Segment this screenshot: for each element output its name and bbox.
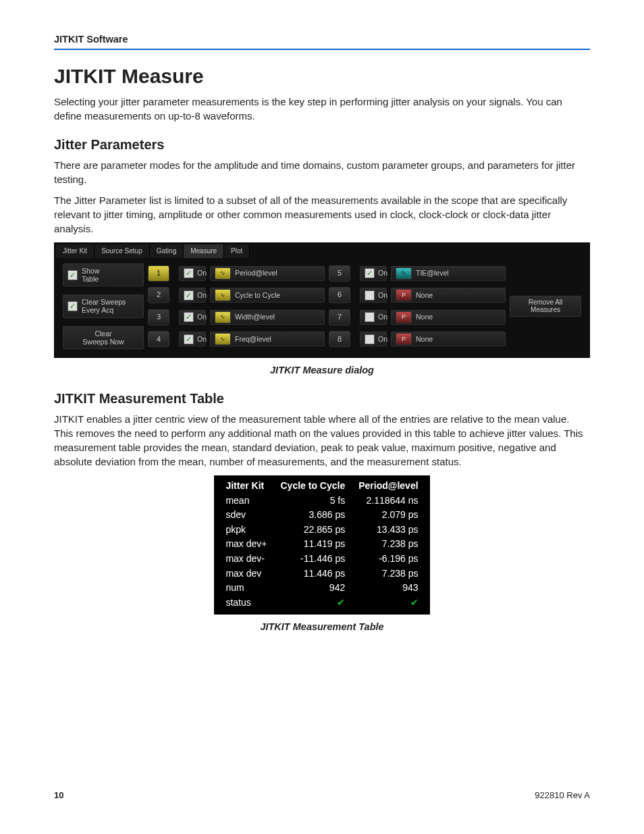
param-selector-2[interactable]: ∿Cycle to Cycle [210,288,325,303]
on-label: On [197,268,207,278]
section-jitter-parameters: Jitter Parameters [54,135,590,154]
param-slot-4[interactable]: 4 [148,331,169,347]
param-on-toggle-4[interactable]: ✓On [179,332,206,346]
param-on-toggle-7[interactable]: On [360,310,387,325]
remove-all-measures-button[interactable]: Remove All Measures [510,296,581,317]
table-cell: -6.196 ps [352,552,425,567]
checkmark-icon: ✓ [68,270,78,280]
checkmark-icon: ✓ [68,301,78,311]
param-on-toggle-2[interactable]: ✓On [179,288,206,303]
param-label: Cycle to Cycle [235,290,280,301]
table-header: Jitter Kit [219,479,273,494]
intro-paragraph: Selecting your jitter parameter measurem… [54,95,590,123]
param-selector-4[interactable]: ∿Freq@level [210,332,325,346]
document-id: 922810 Rev A [535,789,590,802]
tab-jitter-kit[interactable]: Jitter Kit [56,244,95,258]
table-cell: 11.446 ps [274,567,352,581]
on-label: On [378,290,387,301]
waveform-icon: P [396,311,412,323]
table-cell: 5 fs [274,494,352,509]
param-label: TIE@level [416,268,449,278]
param-on-toggle-1[interactable]: ✓On [179,266,206,281]
checkmark-icon: ✓ [184,268,194,278]
table-cell: 3.686 ps [274,508,352,523]
param-slot-2[interactable]: 2 [148,287,169,303]
table-cell: 942 [274,581,352,596]
row-label: sdev [219,508,273,523]
paragraph: The Jitter Parameter list is limited to … [54,193,590,236]
waveform-icon: ∿ [215,311,231,323]
table-cell: 7.238 ps [352,567,425,581]
tab-measure[interactable]: Measure [184,244,224,258]
param-slot-1[interactable]: 1 [148,265,169,282]
param-label: None [416,312,433,322]
clear-sweeps-every-acq-checkbox[interactable]: ✓ Clear Sweeps Every Acq [63,294,144,317]
param-on-toggle-3[interactable]: ✓On [179,310,206,325]
param-label: Width@level [235,312,275,322]
on-label: On [197,312,207,322]
table-cell: -11.446 ps [274,552,352,567]
waveform-icon: P [396,333,412,345]
checkmark-icon [365,334,375,344]
row-label: status [219,596,273,610]
checkmark-icon: ✓ [184,312,194,322]
checkmark-icon [365,312,375,322]
param-selector-8[interactable]: PNone [391,332,506,346]
jitkit-measure-dialog: Jitter KitSource SetupGatingMeasurePlot … [54,242,590,357]
table-cell: 2.118644 ns [352,494,425,509]
table-cell: 13.433 ps [352,523,425,538]
param-selector-7[interactable]: PNone [391,310,506,325]
waveform-icon: ∿ [215,289,231,301]
param-on-toggle-8[interactable]: On [360,332,387,346]
param-selector-1[interactable]: ∿Period@level [210,266,325,281]
row-label: max dev+ [219,537,273,552]
row-label: pkpk [219,523,273,538]
table-cell: 11.419 ps [274,537,352,552]
page-footer: 10 922810 Rev A [54,789,590,802]
on-label: On [378,268,387,278]
param-slot-6[interactable]: 6 [329,287,350,303]
row-label: mean [219,494,273,509]
on-label: On [378,312,387,322]
table-header: Period@level [352,479,425,494]
table-cell: 2.079 ps [352,508,425,523]
param-on-toggle-6[interactable]: On [360,288,387,303]
param-label: Freq@level [235,334,271,344]
param-slot-7[interactable]: 7 [329,309,350,325]
checkmark-icon: ✓ [365,268,375,278]
param-selector-5[interactable]: ∿TIE@level [391,266,506,281]
param-selector-6[interactable]: PNone [391,288,506,303]
tab-source-setup[interactable]: Source Setup [95,244,150,258]
tab-gating[interactable]: Gating [150,244,184,258]
row-label: num [219,581,273,596]
waveform-icon: ∿ [215,333,231,345]
table-cell: 943 [352,581,425,596]
param-label: Period@level [235,268,277,278]
page-title: JITKIT Measure [54,62,590,90]
clear-sweeps-now-button[interactable]: Clear Sweeps Now [63,326,144,349]
checkmark-icon: ✓ [184,334,194,344]
row-label: max dev- [219,552,273,567]
waveform-icon: ∿ [396,267,412,280]
tab-plot[interactable]: Plot [224,244,250,258]
table-cell: 22.865 ps [274,523,352,538]
on-label: On [197,334,207,344]
param-label: None [416,334,433,344]
tab-bar: Jitter KitSource SetupGatingMeasurePlot [56,244,588,258]
param-slot-8[interactable]: 8 [329,331,350,347]
section-measurement-table: JITKIT Measurement Table [54,389,590,408]
status-ok-icon: ✔ [274,596,352,610]
show-table-checkbox[interactable]: ✓ Show Table [63,263,144,286]
checkmark-icon: ✓ [184,290,194,301]
waveform-icon: P [396,289,412,301]
row-label: max dev [219,567,273,581]
checkmark-icon [365,290,375,301]
on-label: On [197,290,207,301]
param-slot-5[interactable]: 5 [329,265,350,282]
table-header: Cycle to Cycle [274,479,352,494]
param-slot-3[interactable]: 3 [148,309,169,325]
param-on-toggle-5[interactable]: ✓On [360,266,387,281]
param-selector-3[interactable]: ∿Width@level [210,310,325,325]
running-head: JITKIT Software [54,32,590,50]
table-cell: 7.238 ps [352,537,425,552]
